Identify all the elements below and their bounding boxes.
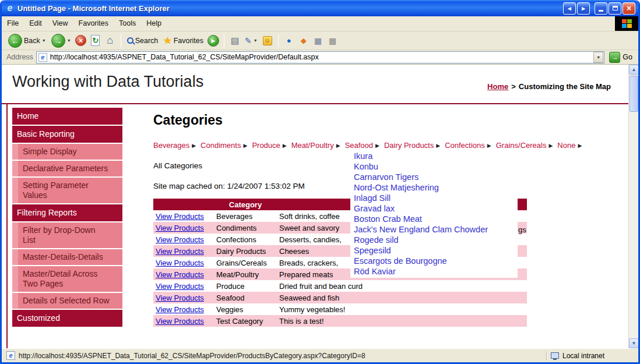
category-menu-item-produce[interactable]: Produce [252, 141, 280, 150]
go-button[interactable]: → Go [607, 52, 636, 63]
view-products-link[interactable]: View Products [156, 294, 204, 302]
sidebar-item-basic-reporting[interactable]: Basic Reporting [12, 126, 122, 143]
address-label: Address [4, 53, 33, 61]
sidebar-item-simple-display[interactable]: Simple Display [12, 144, 122, 160]
print-button[interactable]: ▤ [228, 34, 241, 48]
category-row: View Products Seafood Seaweed and fish [153, 292, 527, 303]
flyout-item-jacks-new-england-clam-chowder[interactable]: Jack's New England Clam Chowder [350, 224, 518, 235]
scroll-down-button[interactable]: ▼ [629, 338, 638, 348]
sidebar-item-master-details-details[interactable]: Master-Details-Details [12, 249, 122, 265]
status-page-icon: e [6, 351, 15, 360]
back-dropdown-icon[interactable]: ▼ [42, 38, 46, 43]
category-name-cell: Grains/Cereals [214, 257, 277, 268]
home-button[interactable]: ⌂ [104, 34, 117, 48]
view-products-link[interactable]: View Products [156, 317, 204, 326]
tool-button-4[interactable]: ▩ [326, 34, 339, 48]
category-menu-item-grains-cereals[interactable]: Grains/Cereals [496, 141, 547, 150]
windows-logo [615, 16, 638, 31]
flyout-item-inlagd-sill[interactable]: Inlagd Sill [350, 193, 518, 203]
search-button[interactable]: Search [125, 36, 160, 46]
category-menu-item-meat-poultry[interactable]: Meat/Poultry [291, 141, 334, 150]
view-products-link[interactable]: View Products [156, 212, 204, 221]
flyout-item-ikura[interactable]: Ikura [350, 151, 518, 161]
address-dropdown-button[interactable]: ▼ [593, 52, 603, 63]
flyout-item-konbu[interactable]: Konbu [350, 161, 518, 172]
menubar-item-file[interactable]: File [2, 16, 24, 31]
menubar-item-edit[interactable]: Edit [24, 16, 47, 31]
flyout-item-carnarvon-tigers[interactable]: Carnarvon Tigers [350, 172, 518, 182]
view-products-link[interactable]: View Products [156, 247, 204, 256]
forward-button[interactable]: → ▼ [50, 33, 73, 49]
flyout-item-boston-crab-meat[interactable]: Boston Crab Meat [350, 214, 518, 224]
view-products-link[interactable]: View Products [156, 270, 204, 279]
seafood-flyout-menu: Ikura Konbu Carnarvon Tigers Nord-Ost Ma… [350, 150, 518, 278]
minimize-button[interactable] [595, 2, 607, 15]
view-products-link[interactable]: View Products [156, 282, 204, 291]
tool-button-2[interactable]: ◆ [297, 34, 310, 48]
tool-button-1[interactable]: ● [283, 34, 296, 48]
sidebar-item-filter-by-drop-down-list[interactable]: Filter by Drop-Down List [12, 222, 122, 248]
close-button[interactable]: × [623, 2, 635, 15]
tool-button-3[interactable]: ▦ [312, 34, 325, 48]
tool-icon-4: ▩ [329, 36, 336, 45]
favorites-button[interactable]: ★ Favorites [161, 34, 205, 47]
titlebar-extra-button-right[interactable]: ▸ [577, 2, 590, 15]
breadcrumb-current: Customizing the Site Map [519, 82, 611, 91]
breadcrumb-home-link[interactable]: Home [487, 82, 508, 91]
edit-icon: ✎ [245, 36, 252, 45]
vertical-scrollbar[interactable]: ▲ ▼ [628, 65, 638, 348]
category-menu-item-condiments[interactable]: Condiments [201, 141, 241, 150]
category-description-cell: Dried fruit and bean curd [277, 280, 527, 292]
category-row: View Products Veggies Yummy vegetables! [153, 303, 527, 315]
favorites-star-icon: ★ [163, 35, 171, 46]
refresh-button[interactable]: ↻ [89, 34, 102, 48]
address-input[interactable]: e http://localhost:4935/ASPNET_Data_Tuto… [36, 51, 604, 63]
flyout-item-spegesild[interactable]: Spegesild [350, 245, 518, 256]
forward-dropdown-icon[interactable]: ▼ [67, 38, 71, 43]
sidebar-item-declarative-parameters[interactable]: Declarative Parameters [12, 161, 122, 176]
scrollbar-thumb[interactable] [630, 76, 638, 112]
flyout-item-rod-kaviar[interactable]: Röd Kaviar [350, 266, 518, 277]
page-title: Categories [153, 112, 628, 128]
view-products-link[interactable]: View Products [156, 259, 204, 267]
view-products-link[interactable]: View Products [156, 305, 204, 314]
category-menu-item-confections[interactable]: Confections [445, 141, 485, 150]
security-zone: Local intranet [548, 352, 636, 360]
flyout-item-escargots-de-bourgogne[interactable]: Escargots de Bourgogne [350, 256, 518, 266]
back-button[interactable]: ← Back ▼ [6, 33, 48, 49]
category-menu-item-none[interactable]: None [557, 141, 575, 150]
sidebar-item-home[interactable]: Home [12, 108, 122, 125]
menu-arrow-icon: ▶ [375, 143, 379, 149]
status-url-text: http://localhost:4935/ASPNET_Data_Tutori… [19, 352, 365, 360]
sidebar-item-customized[interactable]: Customized [12, 310, 122, 327]
flyout-item-nord-ost-matjeshering[interactable]: Nord-Ost Matjeshering [350, 182, 518, 193]
view-products-link[interactable]: View Products [156, 235, 204, 244]
sidebar-item-master-detail-across-two-pages[interactable]: Master/Detail Across Two Pages [12, 266, 122, 292]
category-menu-item-dairy-products[interactable]: Dairy Products [384, 141, 434, 150]
toolbar-separator [121, 34, 121, 48]
edit-button[interactable]: ✎ ▼ [243, 35, 259, 47]
category-menu-item-seafood[interactable]: Seafood [345, 141, 373, 150]
tool-icon-1: ● [287, 36, 291, 45]
maximize-button[interactable] [609, 2, 621, 15]
stop-button[interactable]: × [75, 34, 87, 48]
scroll-up-button[interactable]: ▲ [629, 65, 638, 75]
toolbar: ← Back ▼ → ▼ × ↻ ⌂ Search ★ Favorites ▶ … [2, 31, 638, 50]
page-header: Working with Data Tutorials Home>Customi… [2, 65, 628, 103]
titlebar-extra-button-left[interactable]: ◂ [563, 2, 576, 15]
flyout-item-gravad-lax[interactable]: Gravad lax [350, 203, 518, 214]
sidebar-item-filtering-reports[interactable]: Filtering Reports [12, 204, 122, 221]
menubar-item-tools[interactable]: Tools [114, 16, 141, 31]
sidebar-item-setting-parameter-values[interactable]: Setting Parameter Values [12, 178, 122, 203]
menubar-item-favorites[interactable]: Favorites [73, 16, 114, 31]
sidebar-item-details-of-selected-row[interactable]: Details of Selected Row [12, 293, 122, 309]
view-products-link[interactable]: View Products [156, 224, 204, 232]
messenger-button[interactable]: ☺ [261, 34, 274, 48]
toolbar-separator [278, 34, 279, 48]
flyout-item-rogede-sild[interactable]: Rogede sild [350, 235, 518, 245]
media-button[interactable]: ▶ [207, 34, 220, 48]
category-menu-item-beverages[interactable]: Beverages [153, 141, 189, 150]
edit-dropdown-icon[interactable]: ▼ [254, 38, 258, 43]
menubar-item-view[interactable]: View [47, 16, 73, 31]
menubar-item-help[interactable]: Help [141, 16, 167, 31]
